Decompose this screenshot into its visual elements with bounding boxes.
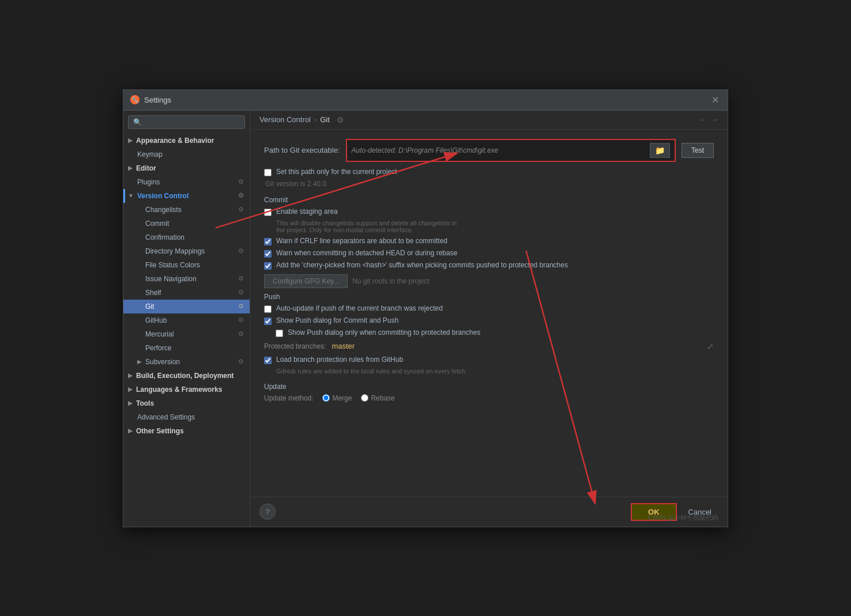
expand-icon: ▶ (128, 400, 133, 406)
sidebar-item-shelf[interactable]: Shelf ⚙ (123, 286, 250, 300)
show-push-only-checkbox[interactable] (276, 330, 283, 337)
sidebar-item-issue-navigation[interactable]: Issue Navigation ⚙ (123, 272, 250, 286)
rebase-radio[interactable] (361, 394, 368, 402)
breadcrumb-separator: › (314, 115, 317, 124)
sidebar-item-keymap[interactable]: Keymap (123, 148, 250, 161)
sidebar-item-label: Shelf (145, 289, 161, 297)
rebase-option: Rebase (361, 394, 394, 402)
warn-detached-checkbox[interactable] (264, 250, 272, 258)
expand-protected-button[interactable]: ⤢ (707, 342, 714, 351)
path-input-value: Auto-detected: D:\Program Files\Git\cmd\… (352, 146, 499, 154)
show-push-dialog-row: Show Push dialog for Commit and Push (264, 316, 714, 325)
update-method-row: Update method: Merge Rebase (264, 394, 714, 402)
cherry-pick-checkbox[interactable] (264, 262, 272, 270)
set-path-label: Set this path only for the current proje… (276, 168, 397, 176)
set-path-row: Set this path only for the current proje… (264, 168, 714, 176)
help-button[interactable]: ? (259, 504, 276, 520)
sidebar-item-plugins[interactable]: Plugins ⚙ (123, 175, 250, 189)
sidebar-item-file-status-colors[interactable]: File Status Colors (123, 258, 250, 272)
sidebar-item-editor[interactable]: ▶ Editor (123, 161, 250, 175)
sidebar-item-label: File Status Colors (145, 261, 200, 269)
show-push-only-row: Show Push dialog only when committing to… (276, 328, 714, 337)
gear-icon: ⚙ (238, 316, 244, 324)
push-section-title: Push (264, 293, 714, 301)
sidebar-item-label: Version Control (137, 192, 189, 200)
sidebar-item-label: Changelists (145, 206, 182, 214)
sidebar-item-label: Keymap (137, 150, 163, 158)
protected-label: Protected branches: (264, 342, 326, 350)
sidebar-item-label: Issue Navigation (145, 275, 197, 283)
enable-staging-label: Enable staging area (276, 207, 338, 216)
sidebar-item-directory-mappings[interactable]: Directory Mappings ⚙ (123, 244, 250, 258)
sidebar-item-label: Advanced Settings (137, 413, 195, 421)
sidebar-item-label: Languages & Frameworks (136, 386, 222, 394)
auto-update-row: Auto-update if push of the current branc… (264, 304, 714, 313)
warn-crlf-checkbox[interactable] (264, 238, 272, 245)
dialog-title: Settings (144, 96, 171, 104)
configure-gpg-button[interactable]: Configure GPG Key... (264, 274, 348, 288)
git-version-text: Git version is 2.40.0 (265, 180, 714, 188)
set-path-checkbox[interactable] (264, 169, 272, 176)
sidebar-item-github[interactable]: GitHub ⚙ (123, 313, 250, 327)
test-button[interactable]: Test (681, 143, 714, 158)
sidebar-item-label: Other Settings (136, 427, 184, 435)
expand-icon: ▶ (128, 137, 133, 143)
path-input[interactable]: Auto-detected: D:\Program Files\Git\cmd\… (346, 139, 676, 162)
warn-crlf-row: Warn if CRLF line separators are about t… (264, 237, 714, 245)
sidebar-item-label: Commit (145, 220, 169, 228)
sidebar-item-build[interactable]: ▶ Build, Execution, Deployment (123, 369, 250, 383)
load-branch-checkbox[interactable] (264, 357, 272, 364)
sidebar-item-label: Plugins (137, 178, 160, 186)
warn-crlf-label: Warn if CRLF line separators are about t… (276, 237, 447, 245)
sidebar-item-perforce[interactable]: Perforce (123, 341, 250, 355)
sidebar-item-mercurial[interactable]: Mercurial ⚙ (123, 327, 250, 341)
sidebar-item-subversion[interactable]: ▶ Subversion ⚙ (123, 355, 250, 369)
close-button[interactable]: ✕ (709, 94, 721, 105)
sidebar-item-languages[interactable]: ▶ Languages & Frameworks (123, 383, 250, 396)
show-push-dialog-label: Show Push dialog for Commit and Push (276, 316, 398, 324)
search-box[interactable]: 🔍 (128, 115, 245, 129)
sidebar-item-commit[interactable]: Commit (123, 217, 250, 230)
sidebar-item-version-control[interactable]: ▼ Version Control ⚙ (123, 189, 250, 203)
sidebar-item-tools[interactable]: ▶ Tools (123, 396, 250, 410)
sidebar-item-git[interactable]: Git ⚙ (123, 300, 250, 313)
cherry-pick-row: Add the 'cherry-picked from <hash>' suff… (264, 261, 714, 270)
warn-detached-row: Warn when committing in detached HEAD or… (264, 249, 714, 258)
sidebar-item-label: Confirmation (145, 233, 184, 241)
forward-arrow-icon[interactable]: → (711, 115, 718, 124)
gear-icon: ⚙ (238, 192, 244, 199)
back-arrow-icon[interactable]: ← (699, 115, 706, 124)
commit-section-title: Commit (264, 196, 714, 204)
folder-button[interactable]: 📁 (650, 143, 670, 158)
sidebar-item-label: Appearance & Behavior (136, 137, 214, 145)
protected-value: master (332, 342, 355, 350)
expand-icon: ▼ (128, 192, 134, 199)
staging-hint: This will disable changelists support an… (276, 220, 714, 233)
main-panel: Version Control › Git ⚙ ← → Path to Git … (250, 111, 728, 527)
expand-icon: ▶ (128, 165, 133, 171)
sidebar-item-label: GitHub (145, 316, 167, 324)
protected-branches-row: Protected branches: master ⤢ (264, 342, 714, 351)
show-push-dialog-checkbox[interactable] (264, 318, 272, 325)
gear-icon: ⚙ (238, 358, 244, 365)
auto-update-checkbox[interactable] (264, 305, 272, 313)
sidebar-item-label: Build, Execution, Deployment (136, 372, 234, 380)
sidebar-item-appearance[interactable]: ▶ Appearance & Behavior (123, 134, 250, 148)
update-method-label: Update method: (264, 394, 313, 402)
load-branch-row: Load branch protection rules from GitHub (264, 356, 714, 364)
sidebar-item-advanced[interactable]: Advanced Settings (123, 410, 250, 424)
rebase-label: Rebase (371, 394, 394, 402)
gear-icon: ⚙ (238, 275, 244, 282)
gear-icon: ⚙ (238, 206, 244, 213)
gear-icon: ⚙ (238, 303, 244, 310)
dialog-body: 🔍 ▶ Appearance & Behavior Keymap ▶ Edito… (123, 111, 728, 527)
sidebar-item-changelists[interactable]: Changelists ⚙ (123, 203, 250, 217)
search-icon: 🔍 (133, 118, 142, 126)
nav-arrows: ← → (699, 115, 718, 124)
merge-option: Merge (322, 394, 352, 402)
sidebar-item-confirmation[interactable]: Confirmation (123, 230, 250, 244)
sidebar-item-other[interactable]: ▶ Other Settings (123, 424, 250, 438)
merge-radio[interactable] (322, 394, 330, 402)
app-icon: 🔧 (130, 95, 140, 104)
enable-staging-checkbox[interactable] (264, 209, 272, 216)
